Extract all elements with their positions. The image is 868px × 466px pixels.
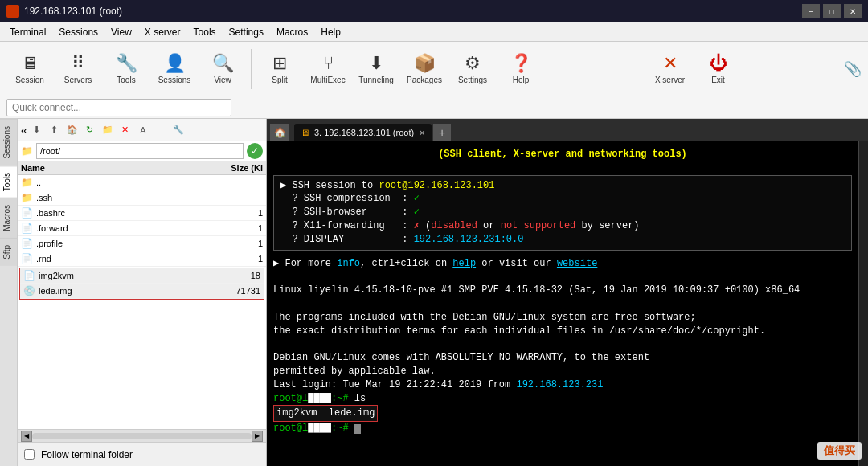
terminal-ls-output: img2kvm lede.img (273, 405, 378, 422)
attachment-icon: 📎 (844, 60, 862, 78)
file-icon-img2kvm: 📄 (23, 270, 35, 281)
toolbar-view-label: View (214, 76, 231, 84)
terminal-area: 🏠 🖥 3. 192.168.123.101 (root) ✕ + (SSH c… (267, 119, 868, 466)
scroll-right[interactable]: ▶ (252, 431, 263, 442)
toolbar-servers[interactable]: ⠿ Servers (55, 46, 101, 92)
file-row[interactable]: 📁.. (18, 175, 266, 190)
toolbar-split-label: Split (272, 76, 287, 84)
toolbar-session[interactable]: 🖥 Session (6, 46, 53, 92)
window-controls: − □ ✕ (802, 4, 862, 18)
file-bottom: Follow terminal folder (18, 442, 266, 466)
follow-checkbox[interactable] (24, 449, 35, 460)
toolbar-multiexec[interactable]: ⑂ MultiExec (305, 46, 351, 92)
file-scrollbar: ◀ ▶ (18, 429, 266, 442)
session-icon: 🖥 (21, 53, 39, 74)
split-icon: ⊞ (272, 53, 287, 74)
file-row[interactable]: 📄.rnd 1 (18, 251, 266, 267)
file-row[interactable]: 📁.ssh (18, 190, 266, 206)
toolbar-tunneling-label: Tunneling (358, 76, 394, 84)
sidebar-tab-tools[interactable]: Tools (0, 166, 17, 198)
menu-terminal[interactable]: Terminal (3, 25, 52, 39)
toolbar-sessions-label: Sessions (158, 76, 191, 84)
file-list: 📁.. 📁.ssh 📄.bashrc 1 📄.forward 1 📄.profi… (18, 175, 266, 429)
menu-sessions[interactable]: Sessions (52, 25, 104, 39)
sidebar-tab-sftp[interactable]: Sftp (0, 238, 17, 266)
menu-help[interactable]: Help (314, 25, 347, 39)
quick-connect-input[interactable] (6, 99, 231, 117)
toolbar-packages[interactable]: 📦 Packages (401, 46, 448, 92)
file-row-img2kvm[interactable]: 📄img2kvm 18 (20, 268, 264, 284)
ftb-upload[interactable]: ⬆ (47, 122, 63, 138)
menu-settings[interactable]: Settings (223, 25, 270, 39)
scroll-left[interactable]: ◀ (21, 431, 32, 442)
file-row[interactable]: 📄.bashrc 1 (18, 206, 266, 221)
tab-icon: 🖥 (301, 128, 309, 137)
exit-icon: ⏻ (710, 53, 727, 74)
menu-macros[interactable]: Macros (270, 25, 314, 39)
file-row[interactable]: 📄.forward 1 (18, 221, 266, 236)
file-name: 📁.. (18, 175, 178, 190)
follow-label[interactable]: Follow terminal folder (41, 449, 133, 460)
toolbar-view[interactable]: 🔍 View (199, 46, 246, 92)
file-size: 1 (178, 252, 266, 265)
terminal-prompt-2: root@l████:~# (273, 422, 852, 435)
file-name-img2kvm: 📄img2kvm (20, 268, 181, 283)
file-panel: « ⬇ ⬆ 🏠 ↻ 📁 ✕ A ⋯ 🔧 📁 ✓ Name Size (Ki 📁.… (18, 119, 267, 466)
new-tab-button[interactable]: + (433, 124, 451, 141)
toolbar-exit[interactable]: ⏻ Exit (695, 46, 742, 92)
ftb-download[interactable]: ⬇ (29, 122, 45, 138)
home-button[interactable]: 🏠 (270, 124, 289, 141)
toolbar-exit-label: Exit (711, 76, 725, 84)
ftb-tool[interactable]: 🔧 (170, 122, 186, 138)
menu-xserver[interactable]: X server (138, 25, 187, 39)
maximize-button[interactable]: □ (823, 4, 841, 18)
terminal-content[interactable]: (SSH client, X-server and networking too… (267, 141, 858, 466)
file-icon: 📄 (21, 253, 33, 264)
horizontal-scrollbar[interactable] (32, 433, 252, 439)
file-name: 📄.profile (18, 236, 178, 251)
menu-bar: Terminal Sessions View X server Tools Se… (0, 22, 868, 42)
toolbar-sessions[interactable]: 👤 Sessions (151, 46, 198, 92)
file-icon: 📄 (21, 223, 33, 234)
sidebar-tab-macros[interactable]: Macros (0, 198, 17, 238)
ftb-home[interactable]: 🏠 (64, 122, 80, 138)
toolbar-split[interactable]: ⊞ Split (256, 46, 303, 92)
path-input[interactable] (36, 143, 244, 159)
terminal-banner: (SSH client, X-server and networking too… (273, 148, 852, 161)
toolbar-tools[interactable]: 🔧 Tools (103, 46, 149, 92)
toolbar-xserver[interactable]: ✕ X server (647, 46, 694, 92)
view-icon: 🔍 (212, 53, 234, 74)
file-name: 📄.forward (18, 221, 178, 235)
toolbar-tunneling[interactable]: ⬇ Tunneling (353, 46, 399, 92)
toolbar-help[interactable]: ❓ Help (497, 46, 544, 92)
close-button[interactable]: ✕ (844, 4, 862, 18)
toolbar-settings-label: Settings (458, 76, 487, 84)
file-row-lede[interactable]: 💿lede.img 71731 (20, 284, 264, 299)
toolbar-multiexec-label: MultiExec (310, 76, 345, 84)
ftb-refresh-green[interactable]: ↻ (82, 122, 98, 138)
tab-close-icon[interactable]: ✕ (419, 129, 425, 137)
path-go-button[interactable]: ✓ (247, 143, 263, 159)
menu-tools[interactable]: Tools (187, 25, 223, 39)
file-size-img2kvm: 18 (181, 269, 264, 282)
watermark: 值得买 (817, 442, 862, 460)
sidebar-tab-sessions[interactable]: Sessions (0, 119, 17, 166)
terminal-kernel-line: Linux liyelin 4.15.18-10-pve #1 SMP PVE … (273, 284, 852, 297)
toolbar-settings[interactable]: ⚙ Settings (449, 46, 496, 92)
file-list-header: Name Size (Ki (18, 161, 266, 175)
minimize-button[interactable]: − (802, 4, 820, 18)
ftb-more[interactable]: ⋯ (153, 122, 169, 138)
terminal-tab-active[interactable]: 🖥 3. 192.168.123.101 (root) ✕ (294, 124, 432, 141)
ftb-folder[interactable]: 📁 (100, 122, 116, 138)
path-bar: 📁 ✓ (18, 141, 266, 161)
terminal-scrollbar[interactable] (858, 141, 868, 466)
terminal-prompt-ls: root@l████:~# ls (273, 392, 852, 406)
file-name-lede: 💿lede.img (20, 284, 181, 298)
collapse-icon[interactable]: « (21, 124, 27, 137)
menu-view[interactable]: View (104, 25, 138, 39)
terminal-last-login: Last login: Tue Mar 19 21:22:41 2019 fro… (273, 378, 852, 392)
ftb-rename[interactable]: A (135, 122, 151, 138)
toolbar-help-label: Help (513, 76, 530, 84)
ftb-delete[interactable]: ✕ (117, 122, 133, 138)
file-row[interactable]: 📄.profile 1 (18, 236, 266, 251)
